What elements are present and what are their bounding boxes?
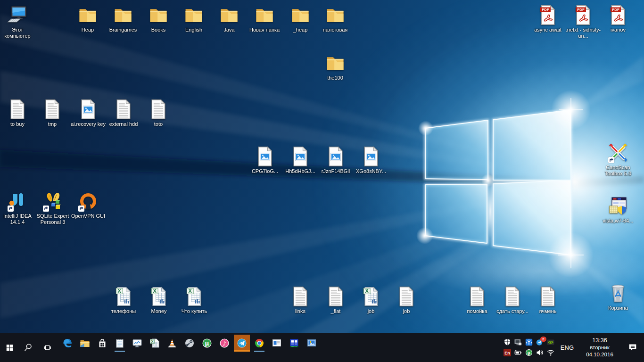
- svg-text:X: X: [118, 288, 122, 294]
- clock-time: 13:36: [579, 337, 620, 344]
- desktop-icon-label: Этот компьютер: [0, 27, 36, 39]
- language-indicator[interactable]: ENG: [559, 344, 575, 351]
- tray-punto-switcher-en-icon[interactable]: En: [504, 349, 511, 356]
- svg-text:PDF: PDF: [612, 8, 619, 12]
- shortcut-arrow-overlay: [8, 206, 14, 212]
- clock-date: 04.10.2016: [579, 351, 620, 358]
- taskbar-pinned-apps: Xµ♪: [59, 333, 320, 362]
- taskbar-store-button[interactable]: [94, 335, 110, 352]
- desktop-icon-ivanov[interactable]: PDFivanov: [597, 4, 639, 33]
- taskbar-file-explorer-button[interactable]: [77, 335, 93, 352]
- folder-icon: [324, 52, 347, 74]
- this-pc-icon: [6, 4, 29, 25]
- desktop-icon-label: CanoScan Toolbox 5.0: [600, 165, 636, 177]
- taskbar-telegram-button[interactable]: [234, 335, 250, 352]
- desktop-icon-korzina[interactable]: Корзина: [597, 282, 639, 311]
- svg-text:X: X: [153, 288, 157, 294]
- desktop-icon-label: SQLite Expert Personal 3: [34, 213, 71, 225]
- start-button[interactable]: [0, 333, 19, 362]
- desktop-icon-this-pc[interactable]: Этот компьютер: [0, 4, 39, 39]
- text-icon: [466, 285, 488, 307]
- desktop-icon-job-txt[interactable]: job: [385, 285, 428, 314]
- desktop-icon-yachmen[interactable]: ячмень: [527, 285, 569, 314]
- excel-icon: X: [148, 285, 170, 307]
- excel-icon: X: [149, 337, 160, 349]
- search-button[interactable]: [19, 333, 38, 362]
- taskbar-file-commander-button[interactable]: [286, 335, 302, 352]
- text-icon: [41, 98, 64, 120]
- image-icon: [324, 145, 347, 167]
- edge-icon: [62, 337, 73, 349]
- action-center-button[interactable]: [624, 333, 641, 362]
- tray-wifi-icon[interactable]: [547, 349, 554, 356]
- desktop-icon-vista-w7-64[interactable]: vista,w7-64...: [597, 195, 639, 224]
- taskbar-utorrent-button[interactable]: µ: [199, 335, 215, 352]
- desktop-icon-toto[interactable]: toto: [137, 98, 180, 127]
- taskbar-clock[interactable]: 13:36 вторник 04.10.2016: [579, 337, 620, 358]
- desktop-icon-label: IntelliJ IDEA 14.1.4: [0, 213, 36, 225]
- desktop-icon-label: Новая папка: [249, 27, 280, 33]
- tray-utorrent-tray-icon[interactable]: µ: [525, 349, 533, 356]
- text-icon: [6, 98, 29, 120]
- taskbar-itunes-button[interactable]: ♪: [216, 335, 232, 352]
- svg-text:PDF: PDF: [577, 8, 585, 12]
- taskbar-chrome-button[interactable]: [251, 335, 267, 352]
- folder-icon: [76, 4, 99, 25]
- excel-icon: X: [183, 285, 206, 307]
- start-icon: [6, 344, 14, 352]
- tray-defender-icon[interactable]: [504, 338, 511, 346]
- taskbar-right: 2Enµ ENG 13:36 вторник 04.10.2016: [503, 333, 644, 362]
- chrome-icon: [254, 337, 265, 349]
- desktop-icon-canoscan-toolbox[interactable]: CanoScan Toolbox 5.0: [597, 141, 639, 177]
- desktop-icon-the100[interactable]: the100: [314, 52, 356, 81]
- svg-text:µ: µ: [205, 340, 209, 347]
- taskbar-media-app-button[interactable]: [304, 335, 320, 352]
- taskbar-notepad-button[interactable]: [112, 335, 128, 352]
- desktop-icon-label: Heap: [82, 27, 94, 33]
- task-view-icon: [43, 344, 51, 352]
- task-view-button[interactable]: [38, 333, 57, 362]
- file-commander-icon: [289, 337, 300, 349]
- desktop-icon-label: the100: [327, 75, 343, 81]
- taskbar-vlc-button[interactable]: [164, 335, 180, 352]
- tray-volume-icon[interactable]: [536, 349, 544, 356]
- openvpn-icon: [77, 190, 99, 212]
- utorrent-icon: µ: [201, 337, 213, 349]
- desktop-icon-openvpn-gui[interactable]: OpenVPN GUI: [67, 190, 109, 219]
- canoscan-icon: [607, 141, 629, 163]
- desktop-icon-label: vista,w7-64...: [603, 218, 634, 224]
- svg-text:En: En: [504, 351, 510, 355]
- shortcut-arrow-overlay: [78, 206, 84, 212]
- desktop-icon-xgo8snby[interactable]: XGo8sNBY...: [350, 145, 392, 174]
- system-tray: 2Enµ: [503, 338, 555, 357]
- taskbar-steam-button[interactable]: [182, 335, 198, 352]
- file-explorer-icon: [79, 337, 91, 349]
- desktop-icon-label: OpenVPN GUI: [71, 213, 105, 219]
- taskbar-excel-button[interactable]: X: [147, 335, 163, 352]
- desktop-icon-label: XGo8sNBY...: [356, 168, 386, 174]
- running-indicator: [254, 351, 264, 352]
- text-icon: [147, 98, 170, 120]
- desktop[interactable]: Этот компьютерHeapBraingamesBooksEnglish…: [0, 0, 644, 362]
- tray-nvidia-icon[interactable]: [547, 338, 554, 346]
- taskbar: Xµ♪ 2Enµ ENG 13:36 вторник 04.10.2016: [0, 333, 644, 362]
- pdf-icon: PDF: [537, 4, 559, 25]
- tray-power-icon[interactable]: [514, 349, 522, 356]
- taskbar-news-app-button[interactable]: [269, 335, 285, 352]
- image-icon: [254, 145, 276, 167]
- desktop-icon-label: сдать стару...: [496, 308, 528, 314]
- taskbar-edge-button[interactable]: [59, 335, 75, 352]
- taskbar-system-monitor-button[interactable]: [129, 335, 145, 352]
- notepad-icon: [114, 337, 125, 349]
- folder-icon: [147, 4, 170, 25]
- desktop-icon-label: job: [403, 308, 410, 314]
- desktop-icon-chto-kupit[interactable]: XЧто купить: [173, 285, 215, 314]
- tray-messenger-notifications-icon[interactable]: 2: [536, 338, 544, 346]
- store-icon: [97, 337, 108, 349]
- desktop-icon-nalogovaya[interactable]: налоговая: [314, 4, 356, 33]
- tray-display-lock-icon[interactable]: [514, 338, 522, 346]
- tray-hotspot-icon[interactable]: [525, 338, 533, 346]
- desktop-icon-label: помойка: [467, 308, 487, 314]
- action-center-icon: [627, 342, 638, 353]
- image-icon: [360, 145, 382, 167]
